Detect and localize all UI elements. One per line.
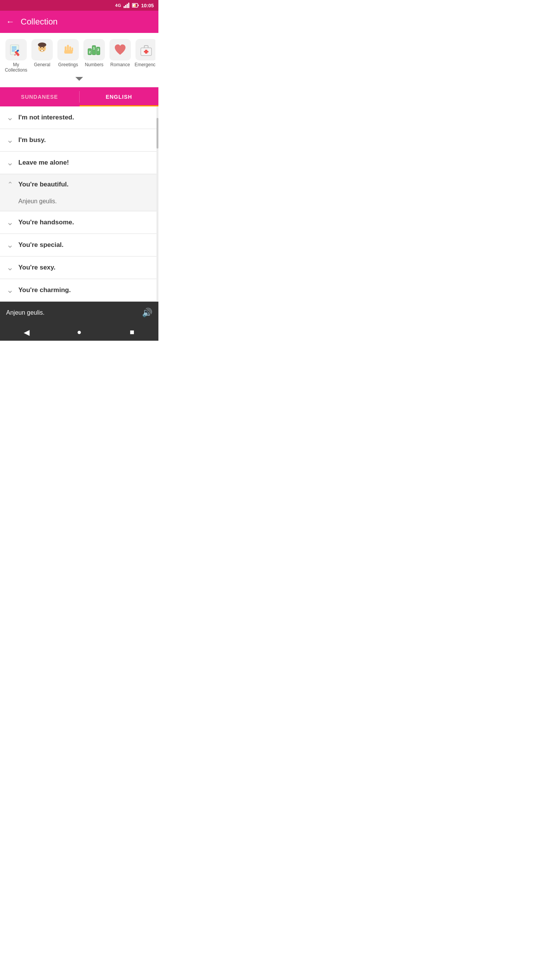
app-bar-title: Collection (21, 17, 58, 27)
category-item-romance[interactable]: Romance (107, 38, 133, 75)
svg-rect-0 (124, 6, 125, 8)
svg-rect-2 (127, 4, 128, 8)
numbers-icon-wrap: 2 1 3 (83, 39, 105, 60)
scrollbar-track (156, 106, 158, 302)
phrase-text-5: You're handsome. (18, 219, 74, 226)
category-item-numbers[interactable]: 2 1 3 Numbers (81, 38, 107, 75)
scrollbar-thumb[interactable] (156, 118, 158, 149)
category-label-emergency: Emergency (135, 62, 155, 67)
svg-rect-1 (125, 5, 126, 8)
chevron-icon-8 (6, 285, 14, 295)
emergency-icon-wrap (135, 39, 155, 60)
category-label-greetings: Greetings (58, 62, 78, 67)
chevron-icon-5 (6, 217, 14, 227)
nav-recent-button[interactable]: ■ (124, 325, 140, 340)
phrase-list-container[interactable]: I'm not interested. I'm busy. Leave me a… (0, 106, 158, 302)
status-bar: 4G ⚡ 10:05 (0, 0, 158, 11)
svg-text:1: 1 (93, 46, 95, 50)
time-label: 10:05 (141, 3, 154, 8)
phrase-header-1[interactable]: I'm not interested. (0, 106, 158, 129)
phrase-text-2: I'm busy. (18, 136, 46, 144)
category-item-my-collections[interactable]: My Collections (3, 38, 29, 75)
category-label-numbers: Numbers (85, 62, 104, 67)
tabs: SUNDANESE ENGLISH (0, 87, 158, 106)
my-collections-icon-wrap (5, 39, 27, 60)
phrase-text-6: You're special. (18, 241, 64, 249)
app-bar: ← Collection (0, 11, 158, 33)
chevron-icon-1 (6, 113, 14, 122)
nav-bar: ◀ ● ■ (0, 324, 158, 341)
speaker-icon[interactable]: 🔊 (142, 308, 152, 318)
svg-rect-27 (64, 50, 73, 54)
phrase-translation-4: Anjeun geulis. (0, 195, 158, 211)
svg-text:2: 2 (89, 50, 91, 54)
phrase-item-1[interactable]: I'm not interested. (0, 106, 158, 129)
general-icon-wrap (31, 39, 53, 60)
phrase-header-7[interactable]: You're sexy. (0, 256, 158, 279)
chevron-icon-3 (6, 158, 14, 168)
nav-home-button[interactable]: ● (72, 325, 87, 340)
phrase-item-2[interactable]: I'm busy. (0, 129, 158, 152)
phrase-header-4[interactable]: You're beautiful. (0, 174, 158, 195)
nav-back-button[interactable]: ◀ (19, 325, 34, 340)
svg-text:3: 3 (97, 48, 99, 52)
greetings-icon-wrap (57, 39, 79, 60)
phrase-item-6[interactable]: You're special. (0, 234, 158, 256)
phrase-header-2[interactable]: I'm busy. (0, 129, 158, 151)
phrase-item-7[interactable]: You're sexy. (0, 256, 158, 279)
phrase-list: I'm not interested. I'm busy. Leave me a… (0, 106, 158, 302)
category-label-romance: Romance (110, 62, 130, 67)
phrase-header-3[interactable]: Leave me alone! (0, 152, 158, 174)
category-item-greetings[interactable]: Greetings (55, 38, 81, 75)
phrase-header-8[interactable]: You're charming. (0, 279, 158, 301)
phrase-text-7: You're sexy. (18, 264, 55, 271)
emergency-icon (139, 42, 153, 57)
romance-icon (113, 42, 127, 57)
network-label: 4G (115, 3, 121, 8)
svg-point-19 (44, 48, 45, 49)
phrase-item-8[interactable]: You're charming. (0, 279, 158, 302)
category-item-emergency[interactable]: Emergency (133, 38, 155, 75)
svg-text:⚡: ⚡ (133, 4, 137, 7)
bottom-player-text: Anjeun geulis. (6, 309, 45, 316)
phrase-item-5[interactable]: You're handsome. (0, 211, 158, 234)
tab-english[interactable]: ENGLISH (80, 87, 159, 106)
phrase-text-4: You're beautiful. (18, 181, 68, 188)
phrase-header-5[interactable]: You're handsome. (0, 211, 158, 234)
chevron-down-icon (75, 77, 83, 81)
phrase-item-3[interactable]: Leave me alone! (0, 152, 158, 174)
bottom-player: Anjeun geulis. 🔊 (0, 302, 158, 324)
svg-point-22 (38, 42, 46, 47)
svg-point-16 (40, 47, 41, 48)
battery-icon: ⚡ (132, 3, 139, 8)
svg-rect-36 (144, 51, 148, 52)
my-collections-icon (9, 42, 23, 57)
numbers-icon: 2 1 3 (87, 42, 101, 57)
category-item-general[interactable]: General (29, 38, 55, 75)
expand-categories-button[interactable] (3, 75, 155, 85)
category-label-my-collections: My Collections (4, 62, 28, 73)
phrase-text-1: I'm not interested. (18, 114, 74, 121)
svg-rect-20 (42, 48, 42, 49)
svg-rect-5 (138, 5, 139, 6)
chevron-icon-4 (6, 180, 14, 189)
category-scroll: My Collections (3, 38, 155, 75)
tab-sundanese[interactable]: SUNDANESE (0, 87, 79, 106)
general-icon (35, 42, 49, 57)
phrase-text-8: You're charming. (18, 286, 71, 294)
chevron-icon-6 (6, 240, 14, 250)
romance-icon-wrap (109, 39, 131, 60)
svg-rect-21 (41, 50, 43, 51)
chevron-icon-7 (6, 263, 14, 273)
chevron-icon-2 (6, 135, 14, 145)
phrase-text-3: Leave me alone! (18, 159, 69, 167)
greetings-icon (61, 42, 75, 57)
svg-point-18 (39, 48, 40, 49)
category-section: My Collections (0, 33, 158, 87)
phrase-header-6[interactable]: You're special. (0, 234, 158, 256)
back-button[interactable]: ← (6, 17, 15, 27)
category-label-general: General (34, 62, 51, 67)
phrase-item-4[interactable]: You're beautiful. Anjeun geulis. (0, 174, 158, 211)
svg-rect-3 (128, 3, 129, 8)
signal-icon (124, 3, 130, 8)
